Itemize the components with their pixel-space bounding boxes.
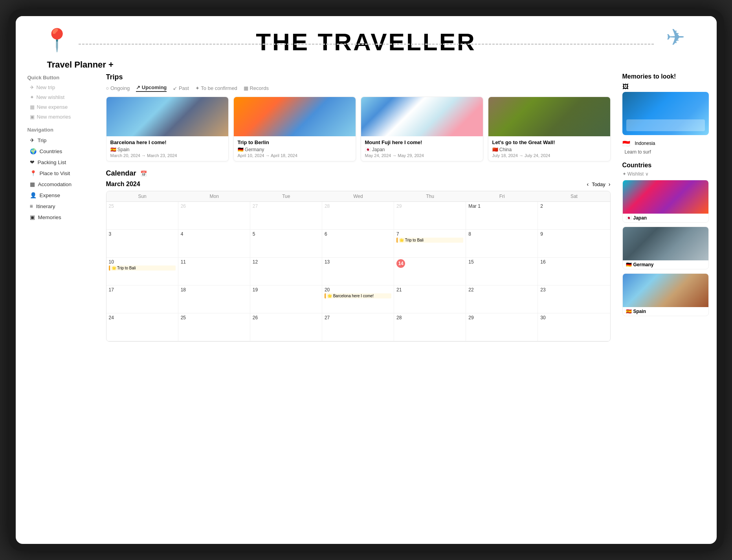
cal-cell[interactable]: 6 <box>322 230 394 257</box>
trips-tabs: ○ Ongoing ↗ Upcoming ↙ Past ✦ To be conf… <box>106 84 611 92</box>
calendar-prev-button[interactable]: ‹ <box>587 181 589 187</box>
cal-cell[interactable]: 11 <box>178 258 250 285</box>
cal-event-bali-2: 🌟 Trip to Bali <box>109 265 176 271</box>
tab-past[interactable]: ↙ Past <box>173 85 189 91</box>
trip-card-barcelona[interactable]: Barcelona here I come! 🇪🇸 Spain March 20… <box>106 97 229 161</box>
berlin-title: Trip to Berlin <box>238 139 352 145</box>
calendar-month: March 2024 <box>106 181 140 188</box>
trip-card-greatwall[interactable]: Let's go to the Great Wall! 🇨🇳 China Jul… <box>488 97 611 161</box>
cal-cell[interactable]: 26 <box>250 313 322 341</box>
calendar-title: Calendar 📅 <box>106 169 611 178</box>
cal-cell[interactable]: 27 <box>250 202 322 229</box>
cal-cell[interactable]: 29 <box>394 202 466 229</box>
trip-cards: Barcelona here I come! 🇪🇸 Spain March 20… <box>106 97 611 161</box>
trip-card-fuji[interactable]: Mount Fuji here I come! 🇯🇵 Japan May 24,… <box>361 97 483 161</box>
cal-cell-20[interactable]: 20 🌟 Barcelona here I come! <box>322 285 394 313</box>
sidebar-item-memories[interactable]: ▣ Memories <box>28 212 94 222</box>
calendar-week-4: 17 18 19 20 🌟 Barcelona here I come! 21 … <box>106 285 610 313</box>
spain-image <box>623 274 708 307</box>
cal-cell[interactable]: 19 <box>250 285 322 313</box>
country-card-spain[interactable]: 🇪🇸 Spain <box>622 273 709 316</box>
cal-cell[interactable]: 26 <box>178 202 250 229</box>
country-card-germany[interactable]: 🇩🇪 Germany <box>622 227 709 269</box>
cal-cell-14[interactable]: 14 <box>394 258 466 285</box>
accomodation-icon: ▦ <box>30 181 35 187</box>
cal-cell[interactable]: 25 <box>178 313 250 341</box>
tab-upcoming[interactable]: ↗ Upcoming <box>136 84 167 92</box>
berlin-image <box>234 97 356 136</box>
pin-icon: 📍 <box>43 27 71 53</box>
day-label-fri: Fri <box>466 191 538 201</box>
cal-cell[interactable]: 9 <box>538 230 610 257</box>
cal-cell[interactable]: 27 <box>322 313 394 341</box>
sidebar-item-packing[interactable]: ❤ Packing List <box>28 157 94 167</box>
cal-cell[interactable]: 29 <box>466 313 538 341</box>
new-memories-button[interactable]: ▣ New memories <box>28 112 94 121</box>
device-frame: 📍 ✈ THE TRAVELLER Travel Planner + Quick… <box>9 9 724 551</box>
greatwall-country: 🇨🇳 China <box>492 147 606 152</box>
cal-cell[interactable]: 21 <box>394 285 466 313</box>
sidebar-item-trip[interactable]: ✈ Trip <box>28 135 94 145</box>
sidebar-item-place[interactable]: 📍 Place to Visit <box>28 168 94 178</box>
new-expense-icon: ▦ <box>30 104 35 110</box>
spain-label: 🇪🇸 Spain <box>623 307 708 316</box>
sidebar-item-countries[interactable]: 🌍 Countries <box>28 146 94 156</box>
tab-to-confirm[interactable]: ✦ To be confirmed <box>195 85 237 91</box>
cal-cell[interactable]: 16 <box>538 258 610 285</box>
cal-cell[interactable]: 12 <box>250 258 322 285</box>
cal-event-bali-1: 🌟 Trip to Bali <box>396 238 463 243</box>
cal-cell[interactable]: 18 <box>178 285 250 313</box>
cal-cell[interactable]: 30 <box>538 313 610 341</box>
countries-title: Countries <box>622 162 709 169</box>
planner-title-container: Travel Planner + <box>16 60 717 73</box>
calendar-next-button[interactable]: › <box>609 181 611 187</box>
cal-cell[interactable]: 5 <box>250 230 322 257</box>
cal-cell[interactable]: Mar 1 <box>466 202 538 229</box>
calendar-grid: Sun Mon Tue Wed Thu Fri Sat 25 26 27 <box>106 191 611 342</box>
cal-cell[interactable]: 8 <box>466 230 538 257</box>
new-memories-icon: ▣ <box>30 114 35 120</box>
cal-cell-10[interactable]: 10 🌟 Trip to Bali <box>106 258 178 285</box>
countries-filter[interactable]: ✦ Wishlist ∨ <box>622 171 709 177</box>
trip-icon: ✈ <box>30 137 35 143</box>
itinerary-icon: ≡ <box>30 203 33 209</box>
cal-cell[interactable]: 15 <box>466 258 538 285</box>
germany-image <box>623 227 708 260</box>
cal-cell[interactable]: 2 <box>538 202 610 229</box>
tab-ongoing[interactable]: ○ Ongoing <box>106 85 130 91</box>
center-panel: Trips ○ Ongoing ↗ Upcoming ↙ Past ✦ To b… <box>106 73 615 540</box>
indonesia-row: 🇮🇩 Indonesia <box>622 138 709 148</box>
countries-icon: 🌍 <box>30 148 37 154</box>
trip-card-berlin[interactable]: Trip to Berlin 🇩🇪 Germany April 10, 2024… <box>233 97 356 161</box>
cal-cell-7[interactable]: 7 🌟 Trip to Bali <box>394 230 466 257</box>
cal-cell[interactable]: 3 <box>106 230 178 257</box>
new-trip-button[interactable]: ✈ New trip <box>28 83 94 92</box>
calendar-week-3: 10 🌟 Trip to Bali 11 12 13 14 15 16 <box>106 258 610 285</box>
new-expense-button[interactable]: ▦ New expense <box>28 102 94 112</box>
navigation-label: Navigation <box>28 127 94 133</box>
sidebar-item-accomodation[interactable]: ▦ Accomodation <box>28 179 94 189</box>
fuji-title: Mount Fuji here I come! <box>365 139 479 145</box>
sidebar-item-expense[interactable]: 👤 Expense <box>28 190 94 200</box>
cal-cell[interactable]: 28 <box>322 202 394 229</box>
new-wishlist-icon: ✦ <box>30 94 34 100</box>
calendar-week-1: 25 26 27 28 29 Mar 1 2 <box>106 202 610 230</box>
tab-records[interactable]: ▦ Records <box>244 85 269 91</box>
day-label-wed: Wed <box>322 191 394 201</box>
cal-cell[interactable]: 13 <box>322 258 394 285</box>
main-content: Quick Button ✈ New trip ✦ New wishlist ▦… <box>16 73 717 544</box>
today-button[interactable]: Today <box>592 181 605 187</box>
berlin-dates: April 10, 2024 → April 18, 2024 <box>238 153 352 158</box>
cal-cell[interactable]: 25 <box>106 202 178 229</box>
country-card-japan[interactable]: 🇯🇵 Japan <box>622 180 709 223</box>
new-wishlist-button[interactable]: ✦ New wishlist <box>28 93 94 102</box>
cal-cell[interactable]: 17 <box>106 285 178 313</box>
cal-cell[interactable]: 28 <box>394 313 466 341</box>
cal-cell[interactable]: 24 <box>106 313 178 341</box>
cal-cell[interactable]: 23 <box>538 285 610 313</box>
sidebar-item-itinerary[interactable]: ≡ Itinerary <box>28 201 94 211</box>
cal-cell[interactable]: 4 <box>178 230 250 257</box>
right-panel: Memories to look! 🖼 🇮🇩 Indonesia Learn t… <box>622 73 709 540</box>
memories-surf-image <box>622 92 709 135</box>
cal-cell[interactable]: 22 <box>466 285 538 313</box>
